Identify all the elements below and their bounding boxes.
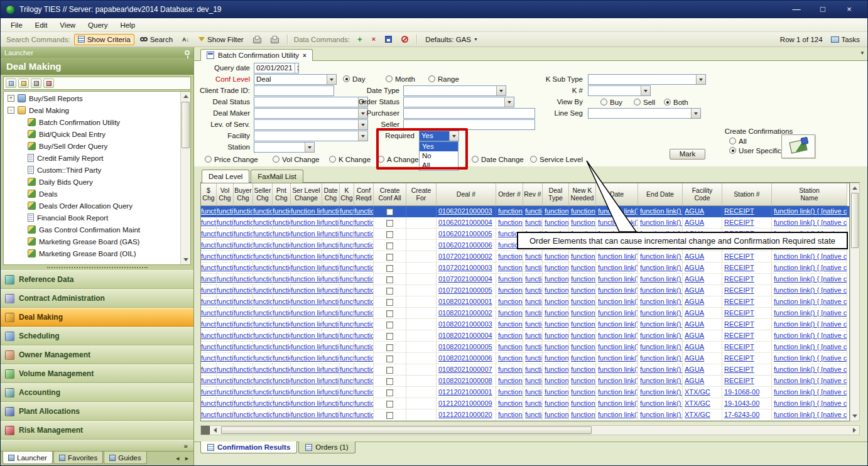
column-header-19[interactable]: Station # — [722, 183, 772, 206]
cell-link[interactable]: function link() { [native code] } — [598, 219, 638, 226]
column-header-6[interactable]: Date Chg — [322, 183, 340, 206]
cell-link[interactable]: RECEIPT — [724, 219, 754, 226]
cell-link[interactable]: function link() { [native code] } — [273, 286, 291, 294]
cell-link[interactable]: function link() { [native code] } — [545, 252, 569, 260]
cell-link[interactable]: 01062021000003 — [438, 207, 492, 215]
cell-link[interactable]: function link() { [native code] } — [201, 298, 217, 305]
cell-link[interactable]: function link() { [native code] } — [640, 298, 683, 305]
cell-link[interactable]: function link() { [native code] } — [234, 275, 253, 283]
cell-link[interactable]: function link() { [native code] } — [498, 354, 523, 362]
cell-link[interactable]: function link() { [native code] } — [217, 252, 234, 260]
cell-link[interactable]: 17-6243-00 — [724, 411, 759, 418]
cell-link[interactable]: function link() { [native code] } — [273, 275, 291, 283]
cell-link[interactable]: function link() { [native code] } — [498, 219, 523, 226]
minimize-button[interactable]: — — [783, 1, 810, 18]
cell-link[interactable]: function link() { [native code] } — [525, 298, 543, 305]
radio-change-date-change[interactable]: Date Change — [472, 154, 524, 164]
cell-link[interactable]: function link() { [native code] } — [291, 241, 322, 249]
cell-link[interactable]: 19-1043-00 — [724, 399, 759, 407]
cell-link[interactable]: function link() { [native code] } — [253, 332, 273, 339]
cell-link[interactable]: 01212021000020 — [438, 411, 492, 418]
cell-link[interactable]: function link() { [native code] } — [234, 388, 253, 396]
cell-link[interactable]: RECEIPT — [724, 366, 754, 373]
cell-link[interactable]: function link() { [native code] } — [217, 264, 234, 271]
cell-link[interactable]: function link() { [native code] } — [322, 275, 340, 283]
cell-link[interactable]: function link() { [native code] } — [598, 332, 638, 339]
cell-link[interactable]: function link() { [native code] } — [291, 264, 322, 271]
cell-link[interactable]: function link() { [native code] } — [571, 309, 596, 317]
cell-link[interactable]: function link() { [native code] } — [498, 366, 523, 373]
cell-link[interactable]: function link() { [native code] } — [354, 207, 374, 215]
radio-change-price-change[interactable]: Price Change — [205, 154, 258, 164]
cell-link[interactable]: function link() { [native code] } — [201, 388, 217, 396]
tab-prev-icon[interactable]: ◄ — [175, 455, 180, 462]
create-conf-checkbox[interactable] — [386, 344, 393, 351]
horizontal-scrollbar[interactable] — [200, 425, 860, 435]
cell-link[interactable]: function link() { [native code] } — [774, 219, 847, 226]
cell-link[interactable]: function link() { [native code] } — [291, 332, 322, 339]
column-header-8[interactable]: Conf Reqd — [354, 183, 374, 206]
cell-link[interactable]: function link() { [native code] } — [322, 219, 340, 226]
cell-link[interactable]: function link() { [native code] } — [273, 219, 291, 226]
tab-deal-level[interactable]: Deal Level — [202, 170, 249, 183]
cell-link[interactable]: function link() { [native code] } — [234, 309, 253, 317]
cell-link[interactable]: function link() { [native code] } — [273, 320, 291, 328]
cell-link[interactable]: function link() { [native code] } — [340, 241, 354, 249]
cell-link[interactable]: function link() { [native code] } — [273, 264, 291, 271]
cell-link[interactable]: 01072021000004 — [438, 275, 492, 283]
cell-link[interactable]: function link() { [native code] } — [525, 264, 543, 271]
cell-link[interactable]: function link() { [native code] } — [201, 264, 217, 271]
cell-link[interactable]: function link() { [native code] } — [201, 252, 217, 260]
scroll-thumb[interactable] — [182, 102, 190, 148]
cell-link[interactable]: function link() { [native code] } — [354, 219, 374, 226]
cell-link[interactable]: function link() { [native code] } — [354, 332, 374, 339]
cell-link[interactable]: function link() { [native code] } — [545, 332, 569, 339]
create-conf-checkbox[interactable] — [386, 242, 393, 249]
cell-link[interactable]: function link() { [native code] } — [498, 252, 523, 260]
cell-link[interactable]: function link() { [native code] } — [234, 399, 253, 407]
cell-link[interactable]: function link() { [native code] } — [525, 377, 543, 384]
cell-link[interactable]: function link() { [native code] } — [571, 264, 596, 271]
cell-link[interactable]: function link() { [native code] } — [273, 298, 291, 305]
cell-link[interactable]: function link() { [native code] } — [640, 399, 683, 407]
cell-link[interactable]: function link() { [native code] } — [774, 252, 847, 260]
cell-link[interactable]: function link() { [native code] } — [291, 298, 322, 305]
cell-link[interactable]: function link() { [native code] } — [291, 230, 322, 237]
sort-button[interactable]: A↓ — [178, 35, 193, 45]
cell-link[interactable]: AGUA — [685, 219, 704, 226]
cell-link[interactable]: function link() { [native code] } — [201, 219, 217, 226]
tab-next-icon[interactable]: ► — [184, 455, 190, 462]
date-type-select[interactable] — [403, 85, 506, 96]
cell-link[interactable]: function link() { [native code] } — [571, 354, 596, 362]
cell-link[interactable]: function link() { [native code] } — [234, 230, 253, 237]
cell-link[interactable]: function link() { [native code] } — [354, 298, 374, 305]
show-criteria-button[interactable]: Show Criteria — [74, 34, 134, 45]
cell-link[interactable]: RECEIPT — [724, 207, 754, 215]
cell-link[interactable]: function link() { [native code] } — [291, 366, 322, 373]
cell-link[interactable]: 01072021000003 — [438, 264, 492, 271]
cell-link[interactable]: 01212021000009 — [438, 399, 492, 407]
cell-link[interactable]: 19-1068-00 — [724, 388, 759, 396]
cell-link[interactable]: function link() { [native code] } — [545, 366, 569, 373]
cell-link[interactable]: function link() { [native code] } — [354, 343, 374, 350]
cell-link[interactable]: function link() { [native code] } — [354, 241, 374, 249]
cell-link[interactable]: function link() { [native code] } — [545, 219, 569, 226]
sidebar-item-risk-management[interactable]: Risk Management — [1, 421, 193, 440]
cell-link[interactable]: XTX/GC — [685, 399, 710, 407]
cell-link[interactable]: function link() { [native code] } — [217, 320, 234, 328]
table-row[interactable]: function link() { [native code] }functio… — [201, 274, 849, 285]
cell-link[interactable]: RECEIPT — [724, 354, 754, 362]
tree-item-buy-sell-order-query[interactable]: Buy/Sell Order Query — [4, 140, 180, 152]
cell-link[interactable]: function link() { [native code] } — [640, 275, 683, 283]
cell-link[interactable]: function link() { [native code] } — [253, 264, 273, 271]
cell-link[interactable]: function link() { [native code] } — [291, 309, 322, 317]
cell-link[interactable]: function link() { [native code] } — [234, 377, 253, 384]
column-header-7[interactable]: K Chg — [340, 183, 354, 206]
vertical-scrollbar[interactable] — [850, 183, 860, 421]
create-conf-checkbox[interactable] — [386, 254, 393, 261]
cell-link[interactable]: function link() { [native code] } — [201, 207, 217, 215]
cell-link[interactable]: function link() { [native code] } — [253, 207, 273, 215]
cell-link[interactable]: function link() { [native code] } — [217, 332, 234, 339]
add-row-button[interactable]: + — [354, 34, 366, 45]
cell-link[interactable]: 01062021000004 — [438, 219, 492, 226]
